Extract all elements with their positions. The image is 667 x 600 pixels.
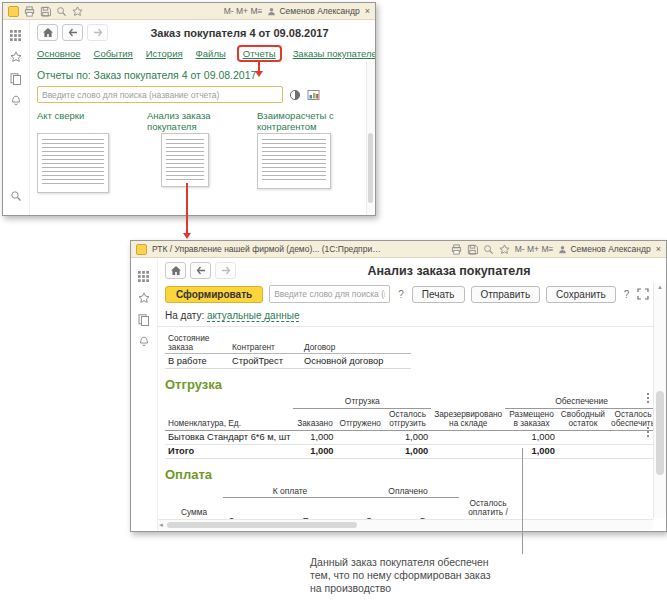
print-button[interactable]: Печать bbox=[412, 286, 465, 303]
history-pages-icon[interactable] bbox=[10, 71, 22, 89]
cell bbox=[431, 444, 505, 458]
tab-site-orders[interactable]: Заказы покупателей с сайта bbox=[293, 48, 375, 59]
sections-menu-icon[interactable] bbox=[138, 268, 149, 286]
sections-menu-icon[interactable] bbox=[10, 27, 21, 45]
report-search-input[interactable] bbox=[37, 86, 283, 103]
notifications-bell-icon[interactable] bbox=[10, 93, 22, 111]
home-button[interactable] bbox=[165, 262, 186, 279]
more-menu-icon[interactable] bbox=[647, 393, 649, 395]
printer-icon[interactable] bbox=[451, 244, 462, 255]
help-button[interactable]: ? bbox=[622, 289, 632, 300]
tab-highlight-annotation: Отчеты bbox=[237, 45, 282, 62]
w2-nav-row: Анализ заказа покупателя bbox=[157, 258, 666, 281]
search-magnifier-icon[interactable] bbox=[10, 188, 22, 206]
report-card-order-analysis[interactable]: Анализ заказа покупателя bbox=[147, 110, 245, 193]
cell: 1,000 bbox=[505, 444, 558, 458]
annotation-arrow bbox=[186, 183, 188, 233]
date-row: На дату: актуальные данные bbox=[157, 307, 666, 327]
save-icon[interactable] bbox=[467, 244, 478, 255]
cell bbox=[608, 430, 658, 444]
report-card-title: Взаиморасчеты с контрагентом bbox=[257, 110, 355, 133]
column-header: Договор bbox=[301, 333, 411, 354]
report-thumbnail[interactable] bbox=[161, 133, 209, 187]
cell bbox=[558, 430, 608, 444]
search-icon[interactable] bbox=[483, 244, 494, 255]
tab-reports[interactable]: Отчеты bbox=[243, 48, 276, 59]
search-help-button[interactable]: ? bbox=[396, 289, 406, 300]
toolbar-right-group: Печать Отправить Сохранить ? bbox=[412, 286, 662, 303]
user-name: Семенов Александр bbox=[279, 6, 359, 16]
item-search-input[interactable] bbox=[269, 285, 390, 303]
user-badge[interactable]: Семенов Александр bbox=[558, 244, 650, 254]
scrollbar-thumb[interactable] bbox=[656, 391, 664, 475]
app-icon bbox=[8, 6, 19, 17]
notifications-bell-icon[interactable] bbox=[138, 334, 150, 352]
tab-history[interactable]: История bbox=[146, 48, 183, 59]
date-value-link[interactable]: актуальные данные bbox=[207, 310, 299, 322]
generate-button[interactable]: Сформировать bbox=[165, 286, 263, 303]
w2-vertical-scrollbar[interactable]: ▲ bbox=[653, 283, 666, 518]
window-title: РТК / Управление нашей фирмой (демо)... … bbox=[152, 244, 382, 254]
tab-main[interactable]: Основное bbox=[37, 48, 81, 59]
favorites-star-icon[interactable] bbox=[10, 49, 22, 67]
column-header: Размещено в заказах bbox=[505, 408, 558, 430]
history-pages-icon[interactable] bbox=[138, 312, 150, 330]
tab-events[interactable]: События bbox=[94, 48, 133, 59]
scroll-up-icon[interactable]: ▲ bbox=[654, 283, 666, 291]
font-scale-buttons[interactable]: M- M+ M≡ bbox=[515, 244, 554, 254]
table-row[interactable]: В работе СтройТрест Основной договор bbox=[165, 354, 411, 369]
report-card-reconciliation[interactable]: Акт сверки bbox=[37, 110, 135, 193]
order-status: В работе bbox=[165, 354, 229, 369]
w2-toolbar: Сформировать ? Печать Отправить Сохранит… bbox=[157, 281, 666, 307]
report-thumbnail[interactable] bbox=[37, 133, 109, 193]
report-thumbnail[interactable] bbox=[257, 133, 331, 189]
w1-vertical-scrollbar[interactable] bbox=[366, 61, 375, 215]
report-card-settlements[interactable]: Взаиморасчеты с контрагентом bbox=[257, 110, 355, 193]
user-icon bbox=[267, 7, 276, 16]
close-icon[interactable]: × bbox=[365, 7, 370, 16]
search-icon[interactable] bbox=[56, 6, 67, 17]
font-scale-buttons[interactable]: M- M+ M≡ bbox=[224, 6, 263, 16]
send-button[interactable]: Отправить bbox=[471, 286, 541, 303]
expand-icon[interactable] bbox=[637, 288, 649, 300]
forward-button[interactable] bbox=[215, 262, 236, 279]
customer-order-window: M- M+ M≡ Семенов Александр × Заказ покуп… bbox=[2, 2, 376, 216]
star-icon[interactable] bbox=[499, 244, 510, 255]
w1-search-row bbox=[29, 83, 375, 106]
page-title: Заказ покупателя 4 от 09.08.2017 bbox=[112, 27, 367, 39]
save-button[interactable]: Сохранить bbox=[546, 286, 616, 303]
more-menu-icon[interactable] bbox=[647, 427, 649, 429]
order-info-table: Состояние заказа Контрагент Договор В ра… bbox=[165, 333, 411, 369]
printer-icon[interactable] bbox=[24, 6, 35, 17]
app-icon bbox=[136, 244, 147, 255]
column-header: Осталось отгрузить bbox=[384, 408, 431, 430]
callout-line bbox=[522, 448, 523, 554]
shipping-section-title: Отгрузка bbox=[165, 377, 658, 392]
column-header: Свободный остаток bbox=[558, 408, 608, 430]
scroll-left-icon[interactable]: ◄ bbox=[158, 521, 164, 529]
home-button[interactable] bbox=[37, 24, 58, 41]
callout-text-line: тем, что по нему сформирован заказ bbox=[310, 569, 490, 582]
group-header: К оплате bbox=[223, 485, 357, 498]
contrast-view-icon[interactable] bbox=[289, 89, 301, 101]
forward-button[interactable] bbox=[87, 24, 108, 41]
table-row[interactable]: Бытовка Стандарт 6*6 м, шт 1,000 1,000 1… bbox=[165, 430, 658, 444]
favorites-star-icon[interactable] bbox=[138, 290, 150, 308]
tab-files[interactable]: Файлы bbox=[196, 48, 226, 59]
w2-horizontal-scrollbar[interactable]: ◄ bbox=[158, 519, 653, 530]
column-header: Отгружено bbox=[337, 408, 384, 430]
close-icon[interactable]: × bbox=[656, 245, 661, 254]
gallery-view-icon[interactable] bbox=[307, 89, 320, 101]
cell bbox=[558, 444, 608, 458]
group-header: Отгрузка bbox=[293, 395, 431, 408]
w2-left-panel bbox=[131, 258, 158, 531]
back-button[interactable] bbox=[190, 262, 211, 279]
save-icon[interactable] bbox=[40, 6, 51, 17]
column-header: Зарезервировано на складе bbox=[431, 408, 505, 430]
shipping-table: Отгрузка Обеспечение Номенклатура, Ед. З… bbox=[165, 395, 658, 459]
user-badge[interactable]: Семенов Александр bbox=[267, 6, 359, 16]
star-icon[interactable] bbox=[72, 6, 83, 17]
back-button[interactable] bbox=[62, 24, 83, 41]
scrollbar-thumb[interactable] bbox=[167, 522, 357, 528]
user-icon bbox=[558, 245, 567, 254]
